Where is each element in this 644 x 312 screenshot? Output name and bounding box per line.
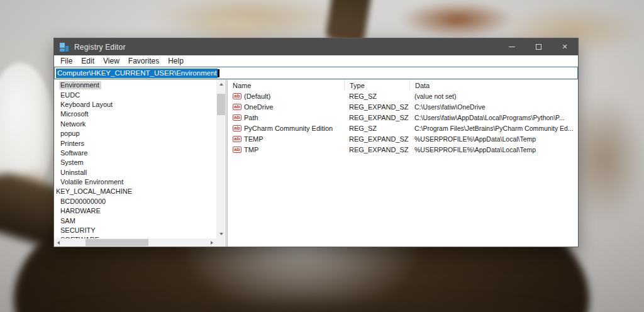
tree-item-network[interactable]: Network: [54, 120, 216, 129]
tree-item-label: KEY_LOCAL_MACHINE: [55, 187, 134, 196]
tree-item-label: SAM: [59, 217, 77, 225]
menu-item-favorites[interactable]: Favorites: [124, 57, 164, 65]
close-button[interactable]: ✕: [552, 38, 578, 55]
value-data: C:\Users\fatiw\AppData\Local\Programs\Py…: [409, 114, 578, 121]
background-egg: [0, 63, 54, 196]
value-row-temp[interactable]: abTEMPREG_EXPAND_SZ%USERPROFILE%\AppData…: [228, 133, 578, 144]
tree-item-system[interactable]: System: [54, 158, 216, 167]
minimize-icon: [509, 47, 515, 47]
tree-vertical-scrollbar[interactable]: [216, 80, 226, 238]
value-name-cell: abTEMP: [228, 135, 344, 143]
value-name: TMP: [244, 146, 258, 153]
menu-item-file[interactable]: File: [56, 57, 77, 65]
tree-item-software[interactable]: Software: [54, 148, 216, 158]
maximize-button[interactable]: [525, 38, 552, 55]
maximize-icon: [536, 44, 541, 50]
text-caret: [218, 69, 219, 77]
address-text-selected: Computer\HKEY_CURRENT_USER\Environment: [56, 69, 218, 78]
close-icon: ✕: [562, 43, 567, 51]
column-header-data[interactable]: Data: [409, 80, 578, 91]
scroll-right-button[interactable]: [208, 238, 216, 247]
tree-item-keyboard-layout[interactable]: Keyboard Layout: [54, 100, 216, 109]
value-name: TEMP: [244, 135, 264, 143]
tree-item-printers[interactable]: Printers: [54, 138, 216, 148]
tree-item-eudc[interactable]: EUDC: [54, 90, 216, 99]
value-name: Path: [244, 114, 258, 121]
values-list-pane: NameTypeData ab(Default)REG_SZ(value not…: [228, 80, 578, 247]
string-value-icon: ab: [233, 93, 242, 99]
value-name-cell: ab(Default): [228, 92, 344, 100]
value-name: PyCharm Community Edition: [244, 125, 333, 132]
tree-horizontal-scrollbar[interactable]: [54, 238, 216, 247]
value-data: C:\Program Files\JetBrains\PyCharm Commu…: [409, 125, 578, 132]
background-twig: [399, 1, 516, 38]
menu-item-view[interactable]: View: [99, 57, 124, 65]
scroll-down-icon: [219, 233, 223, 235]
column-header-type[interactable]: Type: [344, 80, 409, 91]
vertical-scroll-thumb[interactable]: [217, 94, 225, 115]
scroll-left-icon: [57, 241, 60, 245]
value-data: (value not set): [409, 92, 578, 100]
tree-item-label: SECURITY: [59, 226, 97, 235]
menu-item-help[interactable]: Help: [164, 57, 188, 65]
value-row-default[interactable]: ab(Default)REG_SZ(value not set): [228, 91, 578, 101]
horizontal-scroll-thumb[interactable]: [86, 239, 148, 246]
tree-item-volatile-environment[interactable]: Volatile Environment: [54, 177, 216, 187]
list-header: NameTypeData: [228, 80, 578, 91]
tree-item-label: Keyboard Layout: [59, 101, 114, 109]
string-value-icon: ab: [233, 147, 242, 153]
tree-item-label: popup: [59, 130, 82, 138]
scroll-up-icon: [219, 83, 223, 86]
minimize-button[interactable]: [499, 38, 525, 55]
tree-item-sam[interactable]: SAM: [54, 216, 216, 225]
tree-item-microsoft[interactable]: Microsoft: [54, 109, 216, 119]
scrollbar-corner: [216, 238, 226, 247]
tree-item-label: Software: [59, 149, 89, 157]
address-bar[interactable]: Computer\HKEY_CURRENT_USER\Environment: [54, 67, 578, 79]
value-type: REG_EXPAND_SZ: [344, 114, 409, 121]
content-area: EnvironmentEUDCKeyboard LayoutMicrosoftN…: [54, 79, 578, 247]
scroll-down-button[interactable]: [216, 230, 226, 238]
title-bar[interactable]: Registry Editor ✕: [54, 38, 578, 55]
menu-bar: FileEditViewFavoritesHelp: [54, 55, 578, 67]
string-value-icon: ab: [233, 104, 242, 110]
string-value-icon: ab: [233, 136, 242, 142]
background-bowl-shadow: [44, 294, 572, 312]
tree-item-popup[interactable]: popup: [54, 129, 216, 138]
tree-item-hardware[interactable]: HARDWARE: [54, 206, 216, 216]
scroll-up-button[interactable]: [216, 80, 226, 89]
scroll-left-button[interactable]: [54, 238, 63, 247]
menu-item-edit[interactable]: Edit: [77, 57, 99, 65]
value-name-cell: abOneDrive: [228, 103, 344, 111]
tree-item-bcd00000000[interactable]: BCD00000000: [54, 197, 216, 206]
value-type: REG_EXPAND_SZ: [344, 135, 409, 143]
tree-item-label: Microsoft: [59, 110, 91, 118]
tree-item-uninstall[interactable]: Uninstall: [54, 168, 216, 177]
value-type: REG_EXPAND_SZ: [344, 103, 409, 111]
window-title: Registry Editor: [74, 43, 126, 52]
tree-item-label: Environment: [59, 81, 101, 89]
value-data: %USERPROFILE%\AppData\Local\Temp: [409, 146, 578, 153]
string-value-icon: ab: [233, 114, 242, 121]
tree-item-label: EUDC: [59, 91, 82, 99]
tree-item-label: Printers: [59, 140, 86, 148]
registry-tree-pane: EnvironmentEUDCKeyboard LayoutMicrosoftN…: [54, 80, 226, 247]
value-row-onedrive[interactable]: abOneDriveREG_EXPAND_SZC:\Users\fatiw\On…: [228, 101, 578, 112]
tree-item-label: System: [59, 159, 86, 167]
value-name-cell: abTMP: [228, 146, 344, 153]
tree-item-label: BCD00000000: [59, 198, 108, 206]
scroll-right-icon: [211, 241, 213, 245]
value-name: OneDrive: [244, 103, 273, 111]
column-header-name[interactable]: Name: [228, 80, 344, 91]
tree-item-environment[interactable]: Environment: [54, 81, 216, 90]
value-row-tmp[interactable]: abTMPREG_EXPAND_SZ%USERPROFILE%\AppData\…: [228, 144, 578, 155]
value-row-path[interactable]: abPathREG_EXPAND_SZC:\Users\fatiw\AppDat…: [228, 112, 578, 123]
value-name-cell: abPath: [228, 114, 344, 121]
tree-item-label: Volatile Environment: [59, 178, 125, 186]
tree-item-security[interactable]: SECURITY: [54, 226, 216, 235]
window-controls: ✕: [499, 38, 578, 55]
tree-item-label: HARDWARE: [59, 207, 103, 215]
tree-item-key-local-machine[interactable]: KEY_LOCAL_MACHINE: [54, 187, 216, 196]
value-row-pycharm-community-edition[interactable]: abPyCharm Community EditionREG_SZC:\Prog…: [228, 123, 578, 133]
value-name-cell: abPyCharm Community Edition: [228, 125, 344, 132]
